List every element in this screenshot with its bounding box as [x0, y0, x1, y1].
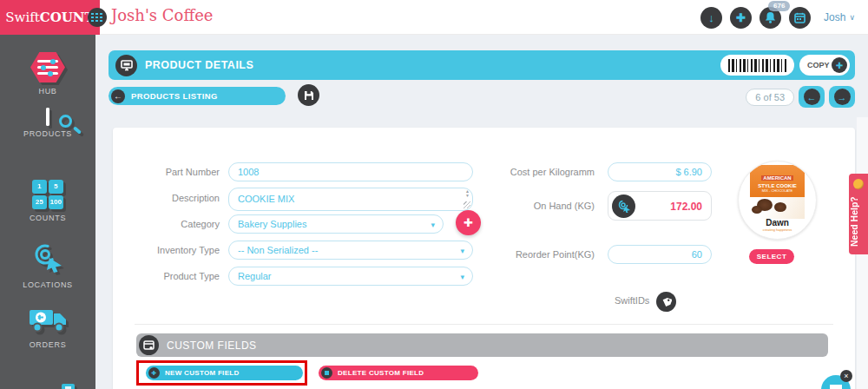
- pagination-indicator: 6 of 53: [746, 89, 794, 106]
- plus-icon: ✚: [148, 367, 160, 379]
- category-select[interactable]: Bakery Supplies ▾: [228, 214, 444, 234]
- help-emoji-icon: [853, 179, 864, 189]
- company-logo-icon: [88, 8, 107, 27]
- next-record-button[interactable]: →: [829, 86, 855, 108]
- new-custom-field-button[interactable]: ✚ NEW CUSTOM FIELD: [146, 366, 303, 380]
- user-menu[interactable]: Josh ∨: [824, 11, 855, 23]
- copy-gear-icon: ✚: [832, 57, 847, 73]
- reorder-label: Reorder Point(KG): [490, 245, 595, 264]
- barcode-search-icon: [46, 109, 49, 125]
- sidebar-item-counts[interactable]: 1 5 25 100 COUNTS: [0, 176, 95, 222]
- sidebar-item-products[interactable]: PRODUCTS: [0, 109, 95, 138]
- part-number-label: Part Number: [115, 162, 220, 181]
- user-name: Josh: [824, 11, 845, 23]
- description-value: COOKIE MIX: [238, 194, 294, 204]
- sidebar-item-hub[interactable]: HUB: [0, 50, 95, 96]
- chat-close-icon[interactable]: ×: [840, 370, 852, 382]
- barcode-image: [728, 59, 787, 72]
- inventory-type-label: Inventory Type: [115, 241, 220, 260]
- bell-glyph: [765, 11, 776, 23]
- select-caret-icon: ▾: [460, 267, 464, 287]
- stepper-icon[interactable]: ▲▼: [465, 189, 470, 198]
- select-caret-icon: ▾: [431, 215, 435, 234]
- product-type-label: Product Type: [115, 267, 220, 286]
- sidebar-item-orders[interactable]: ORDERS: [0, 309, 95, 349]
- swiftids-label: SwiftIDs: [615, 295, 649, 306]
- cost-label: Cost per Kilogramm: [490, 162, 595, 181]
- on-hand-label: On Hand (KG): [490, 196, 595, 215]
- need-help-tab[interactable]: Need Help?: [849, 174, 868, 254]
- calendar-glyph: [794, 12, 806, 23]
- back-arrow-icon: ←: [111, 89, 125, 103]
- select-caret-icon: ▾: [460, 241, 464, 260]
- delete-custom-field-button[interactable]: DELETE CUSTOM FIELD: [319, 366, 478, 380]
- page-title: PRODUCT DETAILS: [145, 59, 720, 71]
- main-content: PRODUCT DETAILS COPY ✚ ← PRODUCTS LISTIN…: [95, 35, 868, 389]
- on-hand-value: 172.00: [670, 192, 702, 221]
- truck-icon: [28, 309, 68, 333]
- section-divider: [135, 324, 833, 325]
- inventory-type-select[interactable]: -- Non Serialized -- ▾: [228, 241, 473, 260]
- save-button[interactable]: [298, 84, 319, 106]
- delete-square-icon: [321, 367, 332, 379]
- product-details-icon: [115, 55, 137, 76]
- cost-field[interactable]: $ 6.90: [608, 162, 712, 181]
- save-floppy-icon: [304, 90, 314, 101]
- products-listing-button[interactable]: ← PRODUCTS LISTING: [108, 87, 286, 105]
- hub-icon: [30, 52, 65, 82]
- select-image-button[interactable]: SELECT: [749, 249, 794, 264]
- scan-count-icon[interactable]: [612, 194, 635, 218]
- location-target-icon: [31, 243, 64, 273]
- custom-fields-icon: [139, 335, 159, 355]
- counts-grid-icon: 1 5 25 100: [32, 180, 63, 209]
- part-number-field[interactable]: [228, 162, 473, 181]
- brand-bold: COUNT: [40, 10, 95, 25]
- chevron-down-icon: ∨: [849, 13, 855, 22]
- add-category-button[interactable]: ✚: [456, 210, 481, 235]
- chat-icon: [829, 384, 843, 389]
- category-label: Category: [115, 214, 220, 234]
- add-circle-icon[interactable]: ✚: [730, 7, 752, 29]
- sidebar-nav: HUB PRODUCTS 1 5 25 100 COUNTS LOCATIONS: [0, 35, 95, 389]
- calendar-icon[interactable]: [789, 7, 811, 29]
- resize-handle-icon[interactable]: [464, 201, 470, 208]
- sidebar-item-inventory[interactable]: [0, 372, 95, 387]
- previous-record-button[interactable]: ←: [799, 86, 825, 108]
- product-type-select[interactable]: Regular ▾: [228, 267, 473, 286]
- brand-logo[interactable]: SwiftCOUNT: [0, 0, 100, 35]
- description-label: Description: [115, 188, 220, 208]
- brand-regular: Swift: [5, 10, 40, 25]
- package-art: AMERICAN STYLE COOKIE MIX - CHOCOLATE Da…: [750, 165, 805, 235]
- reorder-field[interactable]: 60: [608, 245, 712, 264]
- top-bar: SwiftCOUNT Josh's Coffee ↓ ✚ 676 Josh ∨: [0, 0, 868, 35]
- product-details-card: Part Number Description COOKIE MIX ▲▼ Ca…: [113, 128, 855, 389]
- on-hand-field[interactable]: 172.00: [608, 191, 712, 221]
- prev-arrow-icon: ←: [804, 89, 820, 105]
- description-field[interactable]: COOKIE MIX ▲▼: [228, 188, 473, 211]
- product-image[interactable]: AMERICAN STYLE COOKIE MIX - CHOCOLATE Da…: [738, 161, 817, 240]
- download-icon[interactable]: ↓: [700, 7, 722, 29]
- sidebar-item-locations[interactable]: LOCATIONS: [0, 243, 95, 289]
- company-name: Josh's Coffee: [111, 6, 214, 24]
- plus-icon: ✚: [464, 216, 473, 229]
- swiftids-tag-icon[interactable]: [656, 292, 676, 312]
- next-arrow-icon: →: [834, 89, 851, 105]
- notifications-bell-icon[interactable]: 676: [760, 7, 781, 29]
- product-barcode[interactable]: [720, 55, 794, 76]
- copy-button[interactable]: COPY ✚: [799, 55, 850, 76]
- notification-badge: 676: [768, 1, 790, 11]
- page-title-bar: PRODUCT DETAILS COPY ✚: [108, 50, 855, 80]
- custom-fields-title: CUSTOM FIELDS: [167, 340, 257, 352]
- custom-fields-header: CUSTOM FIELDS: [136, 333, 828, 357]
- part-number-input[interactable]: [238, 163, 464, 181]
